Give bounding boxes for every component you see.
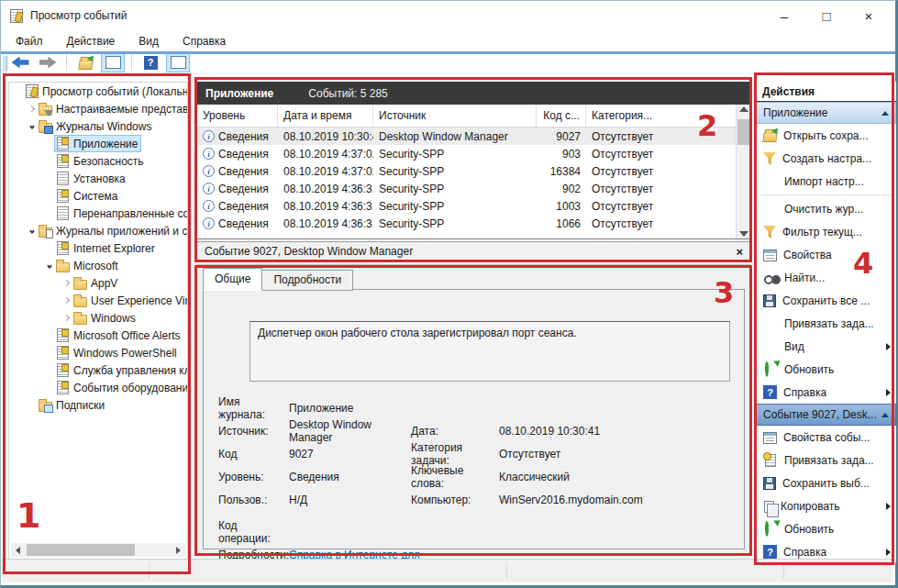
scroll-right-arrow[interactable] [172, 543, 185, 557]
tree-item-microsoft[interactable]: Microsoft [9, 257, 187, 274]
scroll-left-arrow[interactable] [11, 543, 25, 557]
action-import-custom-view[interactable]: Импорт настр... [756, 170, 896, 193]
event-message-box: Диспетчер окон рабочего стола зарегистри… [249, 321, 730, 382]
actions-section-event[interactable]: Событие 9027, Desk... [756, 404, 896, 426]
collapse-arrow-icon[interactable] [881, 111, 889, 116]
tree-item-app-services-logs[interactable]: Журналы приложений и сл [9, 222, 187, 239]
tree-item-subscriptions[interactable]: Подписки [9, 396, 187, 414]
expander-icon[interactable] [26, 225, 38, 237]
action-view-submenu[interactable]: Вид [756, 335, 896, 358]
subscriptions-icon [39, 402, 52, 412]
table-row[interactable]: Сведения 08.10.2019 4:37:02 Security-SPP… [197, 162, 750, 180]
menu-file[interactable]: Файл [16, 35, 43, 48]
column-header-level[interactable]: Уровень [197, 105, 278, 127]
show-action-pane-button[interactable] [166, 52, 190, 72]
action-help-submenu[interactable]: Справка [756, 381, 896, 404]
tree-item-forwarded-events[interactable]: Перенаправленные соб [9, 205, 187, 222]
folder-icon [73, 280, 87, 290]
action-attach-task[interactable]: Привязать зада... [756, 312, 896, 335]
tab-general[interactable]: Общие [203, 268, 262, 291]
expander-icon[interactable] [61, 294, 72, 306]
submenu-arrow-icon [886, 503, 891, 510]
action-attach-task-to-event[interactable]: Привязать зада... [756, 449, 896, 472]
tree-item-application[interactable]: Приложение [9, 135, 187, 152]
column-header-source[interactable]: Источник [373, 105, 537, 127]
action-event-properties[interactable]: Свойства собы... [756, 426, 896, 449]
action-clear-log[interactable]: Очистить жур... [756, 197, 896, 220]
tree-item-powershell[interactable]: Windows PowerShell [9, 344, 187, 361]
expander-icon[interactable] [26, 103, 38, 115]
expander-icon[interactable] [43, 260, 55, 272]
action-filter-current-log[interactable]: Фильтр текущ... [756, 220, 896, 243]
action-save-all-events[interactable]: Сохранить все ... [756, 289, 896, 312]
table-row[interactable]: Сведения 08.10.2019 4:36:31 Security-SPP… [197, 197, 750, 215]
log-icon [57, 328, 69, 342]
tree-item-user-experience[interactable]: User Experience Virtua [9, 292, 187, 309]
action-refresh[interactable]: Обновить [756, 358, 896, 381]
minimize-button[interactable]: – [763, 1, 805, 30]
show-console-tree-button[interactable] [101, 52, 125, 72]
scroll-down-arrow[interactable] [739, 231, 748, 237]
table-row[interactable]: Сведения 08.10.2019 4:36:31 Security-SPP… [197, 215, 750, 232]
log-caption-title: Приложение [205, 87, 273, 100]
tree-item-windows-logs[interactable]: Журналы Windows [9, 117, 187, 135]
tree-item-windows[interactable]: Windows [9, 309, 187, 327]
field-label: Код операции: [218, 519, 289, 545]
tree-item-hardware-events[interactable]: События оборудования [9, 379, 187, 396]
action-create-custom-view[interactable]: Создать настра... [756, 147, 896, 170]
table-row[interactable]: Сведения 08.10.2019 4:37:02 Security-SPP… [197, 145, 750, 162]
column-header-datetime[interactable]: Дата и время [278, 105, 373, 127]
menu-bar: Файл Действие Вид Справка [1, 30, 895, 51]
menu-help[interactable]: Справка [183, 35, 226, 48]
table-vertical-scrollbar[interactable] [736, 105, 750, 239]
action-save-selected-events[interactable]: Сохранить выб... [756, 472, 896, 494]
action-copy-submenu[interactable]: Копировать [756, 494, 896, 517]
tree-item-system[interactable]: Система [9, 187, 187, 205]
tree-item-custom-views[interactable]: Настраиваемые представле [9, 100, 187, 117]
tree-item-kms[interactable]: Служба управления клю [9, 361, 187, 379]
column-header-category[interactable]: Категория... [586, 105, 750, 127]
tree-item-setup[interactable]: Установка [9, 170, 187, 187]
open-saved-log-button[interactable] [73, 52, 97, 72]
scrollbar-thumb[interactable] [737, 119, 749, 145]
forward-button[interactable] [36, 52, 60, 72]
properties-icon [763, 250, 777, 261]
copy-icon [764, 501, 774, 513]
task-clock-icon [765, 454, 776, 467]
tree-item-internet-explorer[interactable]: Internet Explorer [9, 239, 187, 257]
console-window-icon [105, 56, 121, 69]
tree-horizontal-scrollbar[interactable] [11, 543, 185, 557]
table-row[interactable]: Сведения 08.10.2019 4:36:31 Security-SPP… [197, 180, 750, 197]
log-icon [57, 381, 69, 394]
expander-icon[interactable] [61, 312, 72, 324]
menu-action[interactable]: Действие [67, 35, 116, 48]
menu-view[interactable]: Вид [139, 35, 159, 48]
tree-item-security[interactable]: Безопасность [9, 152, 187, 170]
table-row[interactable]: Сведения 08.10.2019 10:30:41 Desktop Win… [197, 128, 750, 145]
action-properties[interactable]: Свойства [756, 243, 896, 266]
help-button[interactable] [139, 52, 162, 72]
close-button[interactable]: × [848, 1, 890, 30]
selected-event-bar: Событие 9027, Desktop Window Manager × [196, 241, 751, 261]
column-header-code[interactable]: Код с... [537, 105, 586, 127]
expander-icon[interactable] [61, 277, 72, 289]
field-value: Классический [499, 471, 735, 483]
actions-section-application[interactable]: Приложение [756, 102, 896, 124]
tab-details[interactable]: Подробности [261, 270, 353, 291]
action-open-saved-log[interactable]: Открыть сохра... [756, 124, 896, 147]
folder-filter-icon [39, 105, 52, 116]
scrollbar-thumb[interactable] [27, 544, 135, 556]
collapse-arrow-icon[interactable] [881, 413, 889, 417]
tree-item-root[interactable]: Просмотр событий (Локальн [9, 83, 187, 100]
console-tree-panel: Просмотр событий (Локальн Настраиваемые … [8, 82, 188, 560]
close-preview-icon[interactable]: × [736, 245, 743, 259]
information-icon [203, 217, 215, 229]
tree-item-office-alerts[interactable]: Microsoft Office Alerts [9, 327, 187, 344]
maximize-button[interactable]: □ [805, 1, 848, 30]
action-find[interactable]: Найти... [756, 266, 896, 289]
scroll-up-arrow[interactable] [739, 106, 748, 112]
tree-item-appv[interactable]: AppV [9, 274, 187, 292]
back-button[interactable] [8, 52, 32, 72]
expander-icon[interactable] [26, 120, 38, 132]
action-refresh-event[interactable]: Обновить [756, 517, 896, 540]
